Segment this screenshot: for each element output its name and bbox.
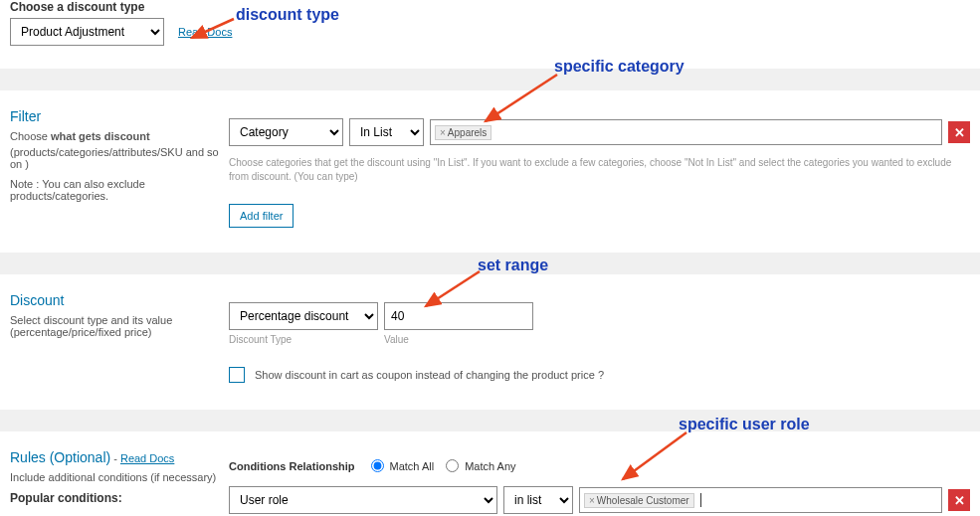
divider (0, 69, 980, 90)
discount-type-select-2[interactable]: Percentage discount (229, 302, 378, 330)
condition-tag[interactable]: × Wholesale Customer (584, 493, 694, 508)
condition-operator-select[interactable]: in list (503, 486, 573, 514)
read-docs-link[interactable]: Read Docs (178, 26, 232, 38)
match-any-radio[interactable] (446, 459, 459, 472)
rules-title: Rules (Optional) (10, 449, 110, 465)
match-all-label: Match All (390, 460, 435, 472)
filter-operator-select[interactable]: In List (349, 118, 424, 146)
condition-type-select[interactable]: User role (229, 486, 497, 514)
add-filter-button[interactable]: Add filter (229, 204, 294, 228)
filter-subtitle: Choose what gets discount (10, 130, 219, 142)
filter-tag[interactable]: × Apparels (435, 125, 491, 140)
filter-title: Filter (10, 108, 219, 124)
close-icon[interactable]: × (440, 127, 446, 138)
discount-type-sublabel: Discount Type (229, 334, 384, 345)
discount-title: Discount (10, 292, 219, 308)
popular-conditions-label: Popular conditions: (10, 491, 219, 505)
divider (0, 253, 980, 274)
show-as-coupon-label: Show discount in cart as coupon instead … (255, 369, 604, 381)
filter-help-text: Choose categories that get the discount … (229, 156, 970, 184)
discount-subtitle: Select discount type and its value (perc… (10, 314, 219, 338)
filter-field-select[interactable]: Category (229, 118, 343, 146)
filter-note: Note : You can also exclude products/cat… (10, 178, 219, 202)
rules-read-docs-link[interactable]: Read Docs (120, 452, 174, 464)
close-icon: ✕ (954, 493, 965, 508)
show-as-coupon-checkbox[interactable] (229, 367, 245, 383)
discount-value-input[interactable] (384, 302, 533, 330)
close-icon: ✕ (954, 125, 965, 140)
filter-subtitle-2: (products/categories/attributes/SKU and … (10, 146, 219, 170)
filter-value-input[interactable]: × Apparels (430, 119, 942, 145)
rules-subtitle: Include additional conditions (if necess… (10, 471, 219, 483)
discount-value-sublabel: Value (384, 334, 409, 345)
discount-type-select[interactable]: Product Adjustment (10, 18, 164, 46)
match-any-label: Match Any (465, 460, 515, 472)
condition-remove-button[interactable]: ✕ (948, 489, 970, 511)
condition-value-input[interactable]: × Wholesale Customer (579, 487, 942, 513)
filter-remove-button[interactable]: ✕ (948, 121, 970, 143)
match-all-radio[interactable] (371, 459, 384, 472)
divider (0, 410, 980, 431)
close-icon[interactable]: × (589, 495, 595, 506)
choose-discount-label: Choose a discount type (10, 0, 232, 14)
conditions-relationship-label: Conditions Relationship (229, 460, 355, 472)
